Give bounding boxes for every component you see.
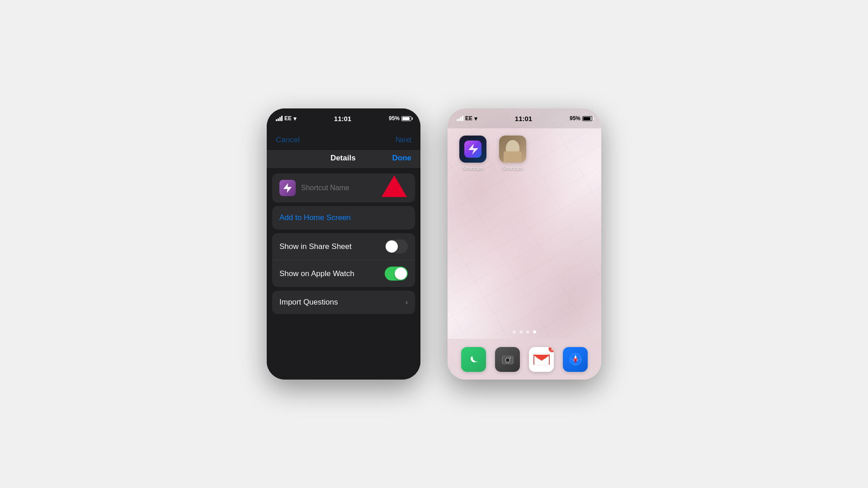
dot-4 <box>533 330 536 333</box>
details-title: Details <box>294 154 392 163</box>
next-button[interactable]: Next <box>396 136 411 145</box>
app-shortcuts-custom[interactable]: Shortcuts <box>496 136 529 171</box>
add-home-label: Add to Home Screen <box>279 213 351 222</box>
apple-watch-label: Show on Apple Watch <box>279 269 354 278</box>
carrier-label: EE <box>284 115 292 122</box>
chevron-right-icon: › <box>406 298 408 306</box>
share-sheet-label: Show in Share Sheet <box>279 242 352 251</box>
red-arrow-indicator <box>382 175 407 197</box>
shortcuts-official-icon <box>459 136 486 163</box>
shortcuts-custom-icon <box>499 136 526 163</box>
right-battery-percent: 95% <box>570 115 580 122</box>
left-carrier-signal: EE ▾ <box>276 115 297 122</box>
gmail-badge: 1 <box>548 347 554 352</box>
cancel-button[interactable]: Cancel <box>276 136 300 145</box>
right-signal-icon <box>457 116 463 121</box>
left-battery-area: 95% <box>389 115 411 122</box>
done-button[interactable]: Done <box>392 154 412 163</box>
dock-safari-app[interactable] <box>563 347 588 372</box>
dock-camera-app[interactable] <box>495 347 520 372</box>
right-status-bar: EE ▾ 11:01 95% <box>448 108 601 128</box>
dock-gmail-app[interactable]: 1 <box>529 347 554 372</box>
shortcuts-official-bg <box>459 136 486 163</box>
dot-2 <box>519 330 523 333</box>
svg-point-4 <box>506 359 509 361</box>
right-wifi-icon: ▾ <box>474 115 477 122</box>
dot-3 <box>526 330 529 333</box>
shortcut-icon <box>279 180 296 196</box>
content-area: Add to Home Screen Show in Share Sheet S… <box>267 168 420 380</box>
dock: 1 <box>448 339 601 380</box>
battery-percent: 95% <box>389 115 400 122</box>
dock-phone-app[interactable] <box>461 347 486 372</box>
right-battery-icon <box>582 116 592 121</box>
left-status-bar: EE ▾ 11:01 95% <box>267 108 420 128</box>
apps-grid: Shortcuts Shortcuts <box>448 128 601 178</box>
app-shortcuts-official[interactable]: Shortcuts <box>457 136 489 171</box>
details-header: Details Done <box>267 148 420 168</box>
add-home-screen-button[interactable]: Add to Home Screen <box>272 206 415 230</box>
apple-watch-toggle[interactable] <box>385 267 408 281</box>
apple-watch-toggle-row: Show on Apple Watch <box>272 260 415 287</box>
wifi-icon: ▾ <box>293 115 297 122</box>
left-phone: EE ▾ 11:01 95% Cancel Next Details Done <box>267 108 420 380</box>
right-carrier-signal: EE ▾ <box>457 115 477 122</box>
share-sheet-toggle[interactable] <box>385 239 408 253</box>
right-battery-area: 95% <box>570 115 592 122</box>
import-label: Import Questions <box>279 298 338 307</box>
shortcuts-custom-bg <box>499 136 526 163</box>
battery-icon <box>401 116 411 121</box>
share-sheet-toggle-row: Show in Share Sheet <box>272 233 415 260</box>
signal-icon <box>276 116 283 121</box>
left-time: 11:01 <box>334 115 351 122</box>
shortcuts-official-label: Shortcuts <box>462 165 483 171</box>
svg-point-6 <box>509 357 511 359</box>
right-time: 11:01 <box>515 115 532 122</box>
right-carrier-label: EE <box>465 115 472 122</box>
import-questions-row[interactable]: Import Questions › <box>272 291 415 314</box>
svg-rect-5 <box>505 355 508 357</box>
shortcuts-custom-label: Shortcuts <box>502 165 523 171</box>
toggles-section: Show in Share Sheet Show on Apple Watch <box>272 233 415 287</box>
page-dots <box>448 325 601 339</box>
nav-bar: Cancel Next <box>267 130 420 150</box>
dot-1 <box>513 330 516 333</box>
right-phone: EE ▾ 11:01 95% <box>448 108 601 380</box>
